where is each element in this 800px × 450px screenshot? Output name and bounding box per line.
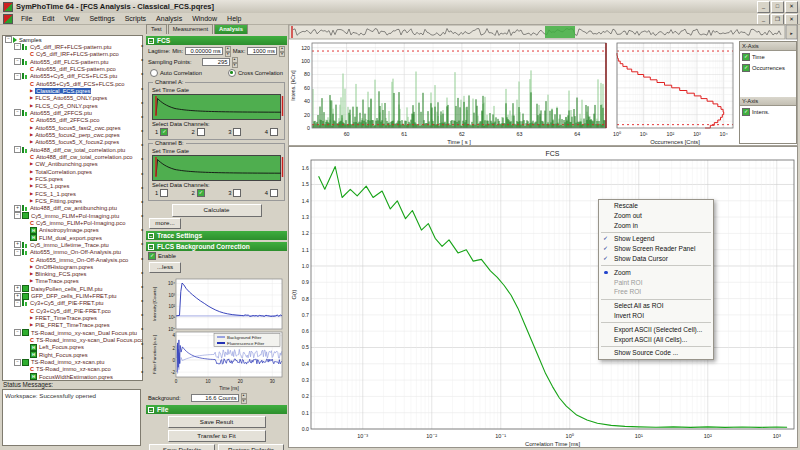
menu-view[interactable]: View: [59, 15, 84, 22]
tree-item[interactable]: CAtto488_diff_cw_total_correlation.pco: [3, 153, 142, 160]
context-menu-item-zoom-out[interactable]: Zoom out: [599, 211, 713, 221]
tree-item[interactable]: −Cy5_diff_IRF+FLCS-pattern.ptu: [3, 43, 142, 50]
tree-expander[interactable]: −: [14, 146, 21, 153]
tree-item[interactable]: −Atto655_diff_2FFCS.ptu: [3, 109, 142, 116]
tree-item[interactable]: CCy5_diff_IRF+FLCS-pattern.pco: [3, 51, 142, 58]
tree-item[interactable]: −Atto655_diff_FLCS-pattern.ptu: [3, 58, 142, 65]
context-menu-item-select-all-as-roi[interactable]: Select All as ROI: [599, 301, 713, 311]
collapse-icon[interactable]: −: [148, 233, 154, 239]
tree-item[interactable]: ▶TimeTrace.pqres: [3, 278, 142, 285]
channel-a-time-gate[interactable]: [152, 94, 281, 120]
menu-edit[interactable]: Edit: [37, 15, 59, 22]
collapse-icon[interactable]: −: [148, 38, 154, 44]
tree-expander[interactable]: −: [14, 300, 21, 307]
tree-item[interactable]: ▶FCS_Fitting.pqres: [3, 197, 142, 204]
tree-item[interactable]: −Cy5_immo_FLIM+Pol-Imaging.ptu: [3, 212, 142, 219]
tree-item[interactable]: HRight_Focus.pqres: [3, 351, 142, 358]
tree-expander[interactable]: −: [14, 249, 21, 256]
tree-item[interactable]: ▶Atto655_focus5_fast2_cwc.pqres: [3, 124, 142, 131]
tree-item[interactable]: ▶OnOffHistogram.pqres: [3, 263, 142, 270]
enable-checkbox[interactable]: ✓: [148, 252, 156, 260]
menu-scripts[interactable]: Scripts: [120, 15, 151, 22]
tree-item[interactable]: +Atto488_diff_cw_antibunching.ptu: [3, 205, 142, 212]
tab-test[interactable]: Test: [146, 24, 167, 34]
context-menu-item-show-source-code[interactable]: Show Source Code ...: [599, 348, 713, 358]
channel-2-checkbox[interactable]: ✓: [197, 189, 205, 197]
less-button[interactable]: ...less: [149, 262, 181, 273]
tree-item[interactable]: ▶CW_Antibunching.pqres: [3, 161, 142, 168]
tree-item[interactable]: −Cy3+Cy5_diff_PIE-FRET.ptu: [3, 300, 142, 307]
save-result-button[interactable]: Save Result: [168, 416, 266, 428]
lagtime-max-input[interactable]: 1000 ms: [247, 47, 277, 55]
channel-1-checkbox[interactable]: ✓: [160, 128, 168, 136]
tree-expander[interactable]: −: [14, 329, 21, 336]
sampling-points-input[interactable]: 295: [202, 58, 230, 66]
x-axis-item-occurrences[interactable]: ✓Occurrences: [740, 62, 796, 73]
context-menu-item-zoom[interactable]: Zoom: [599, 268, 713, 278]
file-section-header[interactable]: − File: [146, 405, 287, 414]
tree-expander[interactable]: +: [14, 241, 21, 248]
menu-settings[interactable]: Settings: [84, 15, 119, 22]
tree-item[interactable]: −TS-Road_immo_xy-scan_Dual Focus.ptu: [3, 329, 142, 336]
context-menu-item-show-data-cursor[interactable]: ✓Show Data Cursor: [599, 254, 713, 264]
tree-item[interactable]: ▶FLCS_Atto655_ONLY.pqres: [3, 95, 142, 102]
tree-expander[interactable]: +: [14, 205, 21, 212]
menu-analysis[interactable]: Analysis: [151, 15, 187, 22]
lagtime-max-spinner[interactable]: ▲▼: [279, 46, 285, 55]
tree-item[interactable]: −Atto655+Cy5_diff_FCS+FLCS.ptu: [3, 73, 142, 80]
tree-item[interactable]: −Atto655_immo_On-Off-Analysis.ptu: [3, 249, 142, 256]
tree-item[interactable]: CCy5_immo_FLIM+Pol-Imaging.pco: [3, 219, 142, 226]
fcs-section-header[interactable]: − FCS: [146, 36, 287, 45]
calculate-button[interactable]: Calculate: [172, 204, 262, 217]
auto-correlation-radio[interactable]: [150, 69, 158, 77]
trace-settings-header[interactable]: − Trace Settings: [146, 231, 287, 240]
channel-b-time-gate[interactable]: [152, 155, 281, 181]
tree-item[interactable]: HFLIM_dual_export.pqres: [3, 234, 142, 241]
tree-item[interactable]: ▶FCS_1.pqres: [3, 183, 142, 190]
fcs-correlation-plot[interactable]: FCS0.00.10.20.30.40.50.60.70.80.91.01.11…: [288, 146, 798, 448]
flcs-background-header[interactable]: − FLCS Background Correction: [146, 242, 287, 251]
tree-item[interactable]: +DaisyPollen_cells_FLIM.ptu: [3, 285, 142, 292]
minimize-button[interactable]: _: [757, 1, 770, 13]
tree-expander[interactable]: −: [14, 212, 21, 219]
context-menu-item-show-legend[interactable]: ✓Show Legend: [599, 234, 713, 244]
tree-item[interactable]: CAtto655_immo_On-Off-Analysis.pco: [3, 256, 142, 263]
collapse-icon[interactable]: −: [148, 244, 154, 250]
tree-item[interactable]: +GFP_DFP_cells_FLIM+FRET.ptu: [3, 292, 142, 299]
context-menu-item-zoom-in[interactable]: Zoom in: [599, 221, 713, 231]
trace-overview-strip[interactable]: ▸: [289, 25, 798, 40]
tab-measurement[interactable]: Measurement: [168, 24, 213, 34]
close-button[interactable]: ✕: [785, 1, 798, 13]
sampling-points-spinner[interactable]: ▲▼: [232, 57, 238, 66]
restore-defaults-button[interactable]: Restore Defaults: [218, 444, 284, 450]
tree-item[interactable]: ▶Atto655_focus5_X_focus2.pqres: [3, 139, 142, 146]
tree-item[interactable]: ▶FRET_TimeTrace.pqres: [3, 314, 142, 321]
menu-file[interactable]: File: [16, 15, 37, 22]
tree-item[interactable]: CCy3+Cy5_diff_PIE-FRET.pco: [3, 307, 142, 314]
menu-window[interactable]: Window: [187, 15, 222, 22]
tree-expander[interactable]: +: [14, 293, 21, 300]
context-menu-item-invert-roi[interactable]: Invert ROI: [599, 311, 713, 321]
lagtime-min-input[interactable]: 0.00000 ms: [185, 47, 223, 55]
save-defaults-button[interactable]: Save Defaults: [149, 444, 215, 450]
y-axis-item-intens[interactable]: ✓Intens.: [740, 106, 796, 117]
channel-3-checkbox[interactable]: [233, 189, 241, 197]
tree-expander[interactable]: −: [5, 36, 12, 43]
tree-item[interactable]: ▶TotalCorrelation.pqres: [3, 168, 142, 175]
tree-item[interactable]: ▶FLCS_Cy5_ONLY.pqres: [3, 102, 142, 109]
tab-analysis[interactable]: Analysis: [214, 24, 248, 34]
tree-expander[interactable]: +: [14, 285, 21, 292]
tree-item[interactable]: ▶Blinking_FCS.pqres: [3, 271, 142, 278]
tree-item[interactable]: HLeft_Focus.pqres: [3, 344, 142, 351]
tree-item[interactable]: CAtto655_diff_FLCS-pattern.pco: [3, 65, 142, 72]
channel-2-checkbox[interactable]: [197, 128, 205, 136]
lagtime-min-spinner[interactable]: ▲▼: [225, 46, 231, 55]
tree-item[interactable]: HFocusWidthEstimation.pqres: [3, 373, 142, 380]
context-menu-item-show-screen-reader-panel[interactable]: ✓Show Screen Reader Panel: [599, 244, 713, 254]
transfer-to-fit-button[interactable]: Transfer to Fit: [168, 430, 266, 442]
tree-expander[interactable]: −: [14, 58, 21, 65]
context-menu-item-rescale[interactable]: Rescale: [599, 201, 713, 211]
intensity-histogram-plot[interactable]: 10⁰10¹10²10³10⁴Occurrences [Cnts]: [611, 40, 738, 146]
tree-item[interactable]: ▶Atto655_focus2_perp_cwc.pqres: [3, 131, 142, 138]
more-button[interactable]: more...: [149, 218, 181, 229]
